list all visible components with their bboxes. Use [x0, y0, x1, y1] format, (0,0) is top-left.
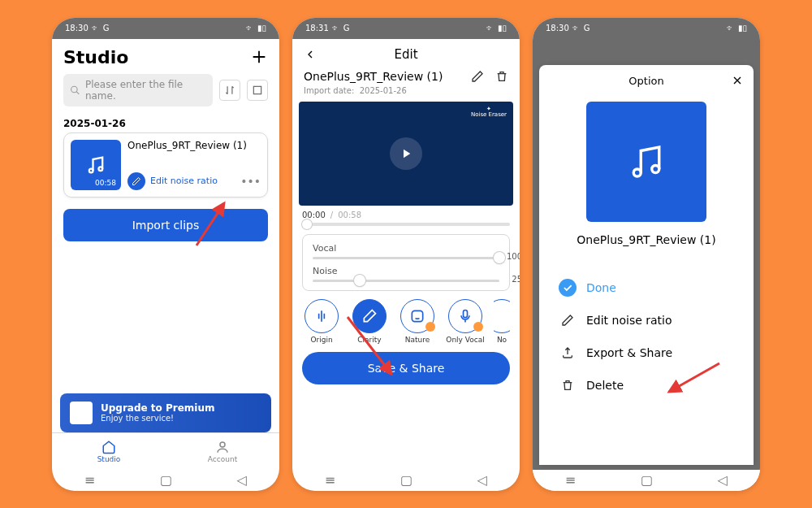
save-share-button[interactable]: Save & Share [302, 352, 510, 384]
search-input[interactable]: Please enter the file name. [63, 74, 213, 106]
search-icon [70, 85, 80, 96]
svg-rect-1 [253, 86, 261, 93]
nav-back-icon[interactable]: ◁ [237, 472, 247, 488]
phone-studio: 18:30ᯤG ᯤ▮▯ Studio Please enter the file… [52, 18, 279, 491]
tab-studio-label: Studio [97, 455, 121, 463]
svg-rect-6 [464, 310, 468, 317]
premium-title: Upgrade to Premium [101, 402, 215, 414]
mode-label: Origin [310, 336, 332, 344]
status-carrier: G [343, 24, 350, 33]
status-time: 18:30 [546, 24, 569, 33]
select-button[interactable] [247, 80, 268, 101]
tab-account[interactable]: Account [166, 433, 279, 470]
nav-home-icon[interactable]: ▢ [641, 472, 653, 488]
waveform-icon [313, 308, 330, 324]
status-net-icon: ᯤ [572, 24, 581, 33]
nav-home-icon[interactable]: ▢ [400, 472, 412, 488]
option-label: Export & Share [586, 346, 672, 359]
filename: OnePlus_9RT_Review (1) [539, 233, 754, 246]
svg-point-0 [71, 86, 78, 93]
adjustment-panel: Vocal 100 Noise 25 [302, 234, 510, 291]
svg-point-4 [220, 442, 225, 447]
search-placeholder: Please enter the file name. [85, 79, 206, 102]
status-carrier: G [103, 24, 110, 33]
noise-value: 25 [512, 275, 520, 284]
wifi-icon: ᯤ [727, 24, 735, 33]
video-player[interactable]: ✦Noise Eraser [299, 102, 513, 206]
mode-clarity[interactable]: Clarity [350, 299, 389, 344]
phone-edit: 18:31ᯤG ᯤ▮▯ Edit OnePlus_9RT_Review (1) … [292, 18, 520, 491]
mode-no[interactable]: No [494, 299, 510, 344]
svg-point-3 [99, 167, 103, 171]
svg-point-8 [652, 165, 659, 172]
nav-recent-icon[interactable]: ≡ [84, 472, 95, 488]
add-button[interactable] [250, 48, 268, 66]
option-edit-noise[interactable]: Edit noise ratio [559, 311, 734, 329]
edit-noise-label[interactable]: Edit noise ratio [150, 176, 218, 186]
export-icon [559, 344, 577, 362]
mode-origin[interactable]: Origin [302, 299, 341, 344]
android-nav-bar: ≡ ▢ ◁ [533, 470, 760, 491]
filename: OnePlus_9RT_Review (1) [127, 140, 261, 151]
music-note-icon [624, 140, 668, 184]
mode-only-vocal[interactable]: Only Vocal [446, 299, 485, 344]
import-clips-button[interactable]: Import clips [63, 209, 268, 241]
mic-icon [457, 308, 473, 324]
mode-nature[interactable]: Nature [398, 299, 437, 344]
time-display: 00:00/00:58 [292, 206, 520, 219]
premium-badge [473, 322, 483, 332]
battery-icon: ▮▯ [738, 24, 747, 33]
option-done[interactable]: Done [559, 279, 734, 297]
noise-label: Noise [313, 266, 499, 276]
page-title: Studio [63, 47, 128, 67]
date-label: 2025-01-26 [52, 113, 279, 132]
filename: OnePlus_9RT_Review (1) [304, 70, 443, 83]
nav-back-icon[interactable]: ◁ [477, 472, 487, 488]
status-net-icon: ᯤ [92, 24, 100, 33]
check-icon [559, 279, 577, 297]
android-nav-bar: ≡ ▢ ◁ [52, 470, 279, 491]
edit-noise-button[interactable] [127, 172, 145, 190]
page-title: Edit [394, 47, 417, 62]
close-button[interactable] [731, 74, 744, 87]
sheet-title: Option [628, 75, 663, 87]
back-button[interactable] [304, 48, 317, 61]
battery-icon: ▮▯ [498, 24, 507, 33]
noise-slider[interactable]: 25 [313, 280, 499, 282]
mode-label: Only Vocal [446, 336, 484, 344]
vocal-slider[interactable]: 100 [313, 257, 499, 259]
option-label: Delete [586, 379, 624, 392]
more-button[interactable]: ••• [240, 175, 261, 188]
premium-icon [70, 402, 93, 424]
vocal-label: Vocal [313, 243, 499, 254]
option-delete[interactable]: Delete [559, 376, 734, 394]
audio-thumbnail-large [586, 102, 706, 222]
seek-slider[interactable] [302, 223, 510, 226]
premium-subtitle: Enjoy the service! [101, 414, 215, 423]
nav-back-icon[interactable]: ◁ [718, 472, 728, 488]
wifi-icon: ᯤ [246, 24, 254, 33]
svg-point-7 [633, 169, 641, 176]
option-export-share[interactable]: Export & Share [559, 344, 734, 362]
eraser-icon [361, 308, 378, 324]
duration: 00:58 [95, 179, 116, 187]
phone-option-sheet: 18:30ᯤG ᯤ▮▯ Option OnePlus_9RT_Review (1… [533, 18, 760, 491]
play-button[interactable] [390, 137, 422, 170]
pencil-icon [559, 311, 577, 329]
svg-rect-5 [412, 310, 422, 321]
sort-button[interactable] [219, 80, 240, 101]
nav-recent-icon[interactable]: ≡ [325, 472, 335, 488]
status-bar: 18:30ᯤG ᯤ▮▯ [533, 18, 760, 39]
rename-button[interactable] [471, 70, 484, 83]
delete-button[interactable] [495, 70, 508, 83]
nav-recent-icon[interactable]: ≡ [565, 472, 576, 488]
noise-eraser-logo: ✦Noise Eraser [471, 106, 507, 119]
home-icon [102, 440, 116, 454]
audio-card[interactable]: 00:58 OnePlus_9RT_Review (1) Edit noise … [63, 132, 268, 198]
tab-account-label: Account [208, 455, 237, 463]
time-current: 00:00 [302, 211, 326, 219]
premium-banner[interactable]: Upgrade to Premium Enjoy the service! [60, 393, 271, 432]
music-note-icon [84, 154, 107, 176]
nav-home-icon[interactable]: ▢ [160, 472, 172, 488]
tab-studio[interactable]: Studio [52, 433, 166, 470]
